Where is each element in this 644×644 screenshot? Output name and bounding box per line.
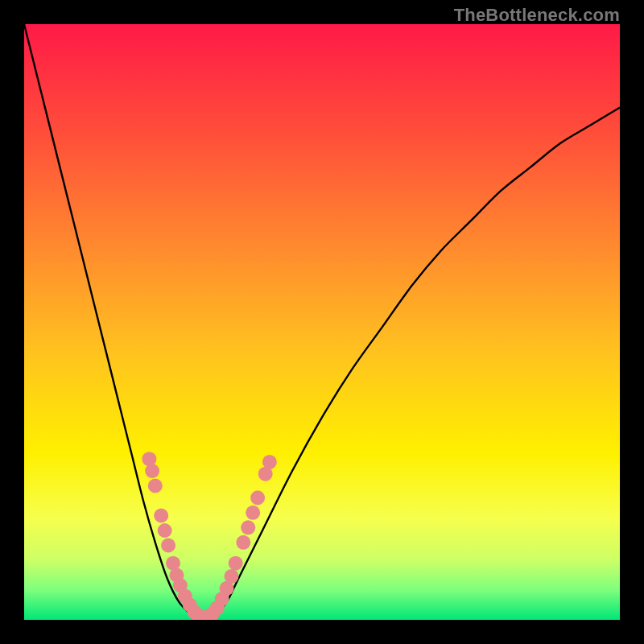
bead-marker xyxy=(236,535,250,550)
chart-frame: TheBottleneck.com xyxy=(0,0,644,644)
bead-marker xyxy=(148,479,163,493)
bead-marker xyxy=(241,520,255,535)
bead-marker xyxy=(145,464,159,478)
bead-marker xyxy=(154,509,168,523)
bead-marker xyxy=(246,506,260,520)
plot-area xyxy=(24,24,620,620)
bead-marker xyxy=(262,455,277,469)
bead-marker xyxy=(225,569,239,584)
gradient-background xyxy=(24,24,620,620)
bead-marker xyxy=(229,556,243,571)
bead-marker xyxy=(250,490,265,505)
bottleneck-chart xyxy=(24,24,620,620)
bead-marker xyxy=(158,523,172,538)
bead-marker xyxy=(161,539,175,553)
branding-watermark: TheBottleneck.com xyxy=(454,5,620,26)
